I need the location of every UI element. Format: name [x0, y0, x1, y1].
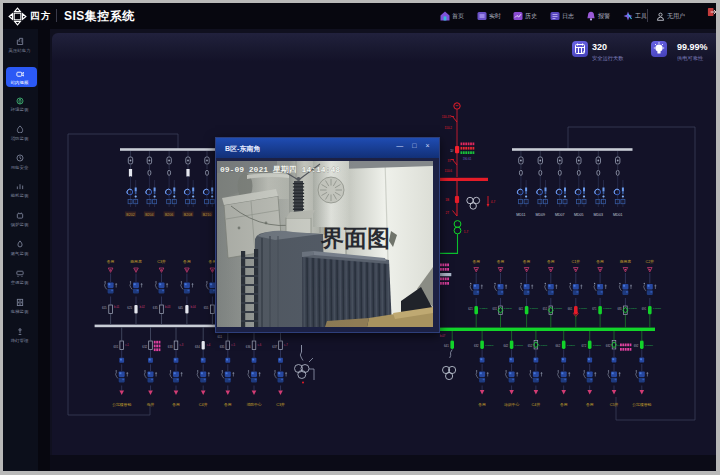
svg-text:09-09 2021 星期四 14:14:48: 09-09 2021 星期四 14:14:48: [220, 165, 340, 174]
svg-text:界面图: 界面图: [320, 225, 390, 251]
